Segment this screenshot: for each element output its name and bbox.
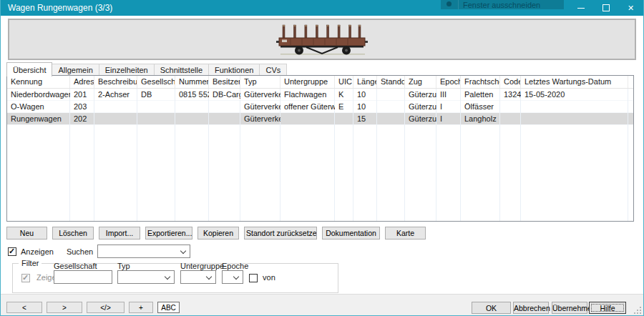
- column-header-beschreibung[interactable]: Beschreibung: [94, 76, 137, 88]
- tab-schnittstelle[interactable]: Schnittstelle: [154, 64, 209, 75]
- table-cell: 1324: [500, 89, 521, 100]
- neu-button[interactable]: Neu: [6, 227, 47, 240]
- karte-button[interactable]: Karte: [385, 227, 426, 240]
- close-button[interactable]: ✕: [618, 0, 643, 16]
- close-icon: ✕: [628, 4, 634, 12]
- column-header-code[interactable]: Code: [500, 76, 521, 88]
- nav-button-abc[interactable]: ABC: [157, 302, 180, 313]
- table-cell: DB: [137, 89, 175, 100]
- kopieren-button[interactable]: Kopieren: [197, 227, 239, 240]
- table-cell: [280, 113, 335, 124]
- column-header-typ[interactable]: Typ: [240, 76, 280, 88]
- ok-button[interactable]: OK: [472, 302, 511, 314]
- column-header-standort[interactable]: Standort: [377, 76, 405, 88]
- table-cell: [94, 101, 137, 112]
- table-cell: 10: [353, 89, 377, 100]
- chevron-down-icon: [180, 248, 186, 254]
- suchen-label: Suchen: [67, 247, 93, 256]
- column-header-zug[interactable]: Zug: [405, 76, 436, 88]
- overlay-divider: [458, 0, 459, 9]
- table-cell: Flachwagen: [280, 89, 335, 100]
- table-cell: E: [335, 101, 353, 112]
- table-cell: Ölfässer: [461, 101, 500, 112]
- tab-einzelheiten[interactable]: Einzelheiten: [99, 64, 155, 75]
- nav-button-[interactable]: </>: [87, 302, 125, 313]
- epoche-dropdown[interactable]: [222, 270, 243, 284]
- window-title: Wagen Rungenwagen (3/3): [8, 0, 112, 16]
- column-header-epoche[interactable]: Epoche: [436, 76, 461, 88]
- table-cell: 15: [353, 113, 377, 124]
- table-header: KennungAdresseBeschreibungGesellschaftNu…: [7, 76, 633, 89]
- untergruppe-dropdown[interactable]: [180, 270, 216, 284]
- uebernehmen-button[interactable]: Übernehmen: [552, 302, 587, 314]
- chevron-down-icon: [233, 274, 239, 280]
- import-button[interactable]: Import...: [99, 227, 140, 240]
- table-cell: 202: [70, 113, 94, 124]
- loeschen-button[interactable]: Löschen: [52, 227, 94, 240]
- nav-button-[interactable]: <: [6, 302, 42, 313]
- table-cell: 201: [70, 89, 94, 100]
- table-cell: [175, 101, 209, 112]
- table-cell: [209, 113, 240, 124]
- column-header-nummer[interactable]: Nummer: [175, 76, 209, 88]
- tab-funktionen[interactable]: Funktionen: [208, 64, 260, 75]
- filter-legend: Filter: [19, 259, 42, 267]
- column-header-untergruppe[interactable]: Untergruppe: [280, 76, 335, 88]
- table-cell: [500, 113, 521, 124]
- titlebar[interactable]: Wagen Rungenwagen (3/3) Fenster ausschne…: [1, 0, 643, 16]
- bottom-bar: <></>+ABC OKAbbrechenÜbernehmenHilfe: [1, 294, 643, 316]
- stake-wagon-image: [275, 23, 369, 56]
- column-header-letztes-wartungs-datum[interactable]: Letztes Wartungs-Datum: [521, 76, 628, 88]
- table-cell: 203: [70, 101, 94, 112]
- von-checkbox[interactable]: [249, 274, 258, 282]
- table-cell: [175, 113, 209, 124]
- table-cell: III: [436, 89, 461, 100]
- column-header-laenge[interactable]: Länge: [353, 76, 377, 88]
- table-cell: 2-Achser: [94, 89, 137, 100]
- column-header-uic[interactable]: UIC: [335, 76, 353, 88]
- table-body[interactable]: Niederbordwagen 032012-AchserDB0815 552-…: [7, 89, 633, 222]
- table-cell: 10: [353, 101, 377, 112]
- table-cell: 0815 552-9: [175, 89, 209, 100]
- tab-cvs[interactable]: CVs: [259, 64, 287, 75]
- gesellschaft-input[interactable]: [54, 270, 112, 284]
- table-cell: DB-Cargo: [209, 89, 240, 100]
- table-cell: Güterverkehr: [240, 101, 280, 112]
- nav-button-[interactable]: >: [47, 302, 82, 313]
- column-header-kennung[interactable]: Kennung: [7, 76, 70, 88]
- minimize-button[interactable]: [568, 0, 593, 16]
- tab-uebersicht[interactable]: Übersicht: [6, 62, 52, 76]
- search-combobox[interactable]: [97, 245, 190, 258]
- wagon-image-panel: [8, 19, 636, 60]
- action-buttons: NeuLöschenImport...Exportieren...Kopiere…: [6, 227, 426, 240]
- exportieren-button[interactable]: Exportieren...: [145, 227, 192, 240]
- column-header-besitzer[interactable]: Besitzer: [209, 76, 240, 88]
- tab-allgemein[interactable]: Allgemein: [52, 64, 99, 75]
- minimize-icon: [577, 8, 585, 9]
- maximize-button[interactable]: [593, 0, 618, 16]
- table-cell: 15-05-2020: [521, 89, 628, 100]
- table-cell: [500, 101, 521, 112]
- column-header-frachtschein[interactable]: Frachtschein: [461, 76, 500, 88]
- table-cell: Niederbordwagen 03: [7, 89, 70, 100]
- abbrechen-button[interactable]: Abbrechen: [513, 302, 549, 314]
- nav-button-[interactable]: +: [129, 302, 153, 313]
- table-cell: Rungenwagen: [7, 113, 70, 124]
- table-row[interactable]: O-Wagen203Güterverkehroffener Güterwagen…: [7, 101, 633, 113]
- table-cell: [521, 113, 628, 124]
- chevron-down-icon: [165, 274, 170, 280]
- table-cell: [335, 113, 353, 124]
- wagon-table: KennungAdresseBeschreibungGesellschaftNu…: [6, 75, 634, 222]
- column-header-adresse[interactable]: Adresse: [70, 76, 94, 88]
- dokumentation-button[interactable]: Dokumentation: [322, 227, 380, 240]
- table-row[interactable]: Niederbordwagen 032012-AchserDB0815 552-…: [7, 89, 633, 101]
- table-cell: Güterzug: [405, 89, 436, 100]
- typ-dropdown[interactable]: [117, 270, 175, 284]
- column-header-gesellschaft[interactable]: Gesellschaft: [137, 76, 175, 88]
- hilfe-button[interactable]: Hilfe: [589, 302, 626, 314]
- resize-grip[interactable]: [634, 307, 641, 314]
- typ-label: Typ: [117, 262, 130, 270]
- anzeigen-checkbox[interactable]: [8, 247, 16, 256]
- table-row[interactable]: Rungenwagen202Güterverkehr15GüterzugILan…: [7, 113, 633, 125]
- standort-zuruecksetzen-button[interactable]: Standort zurücksetzen: [244, 227, 317, 240]
